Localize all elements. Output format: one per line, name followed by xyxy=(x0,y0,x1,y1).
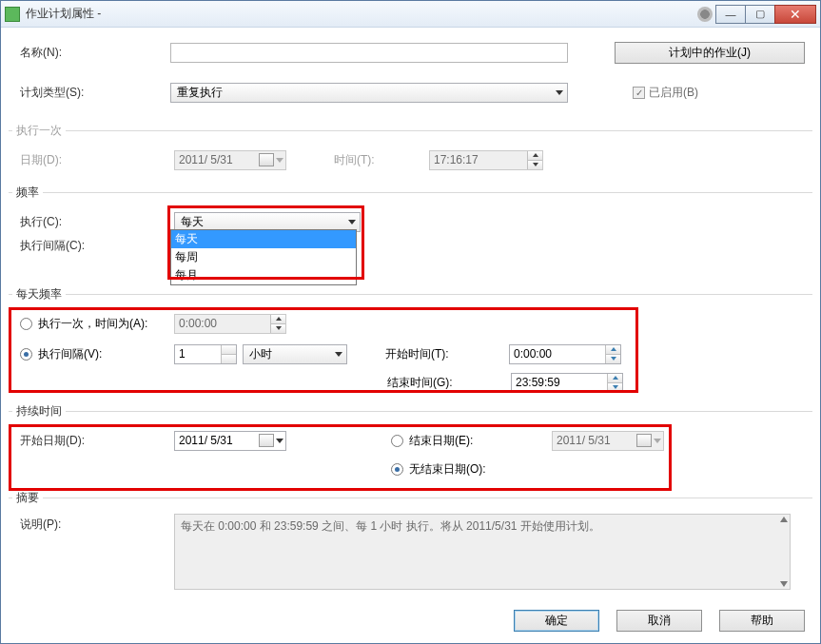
daily-start-time[interactable]: 0:00:00 xyxy=(509,344,621,364)
freq-section-label: 频率 xyxy=(12,185,43,201)
scroll-down-icon xyxy=(780,581,788,587)
calendar-icon xyxy=(636,434,652,447)
daily-start-time-value: 0:00:00 xyxy=(514,347,552,361)
dur-start-label: 开始日期(D): xyxy=(12,433,174,449)
once-time-label: 时间(T): xyxy=(334,152,429,168)
daily-end-label: 结束时间(G): xyxy=(387,375,511,391)
summary-textarea: 每天在 0:00:00 和 23:59:59 之间、每 1 小时 执行。将从 2… xyxy=(174,514,791,590)
once-time-value: 17:16:17 xyxy=(434,153,479,166)
freq-option-weekly[interactable]: 每周 xyxy=(171,248,356,266)
once-date-picker: 2011/ 5/31 xyxy=(174,150,286,170)
help-button[interactable]: 帮助 xyxy=(719,610,805,632)
daily-repeat-count-value: 1 xyxy=(179,347,186,361)
once-date-value: 2011/ 5/31 xyxy=(179,153,233,166)
once-time-spin: 17:16:17 xyxy=(429,150,543,170)
close-button[interactable]: ✕ xyxy=(774,5,816,24)
once-section-label: 执行一次 xyxy=(12,123,66,139)
jobs-in-schedule-button[interactable]: 计划中的作业(J) xyxy=(615,42,805,64)
daily-repeat-unit-select[interactable]: 小时 xyxy=(243,344,347,364)
freq-option-daily[interactable]: 每天 xyxy=(171,230,356,248)
daily-section-label: 每天频率 xyxy=(12,286,66,302)
freq-exec-label: 执行(C): xyxy=(12,214,174,230)
name-label: 名称(N): xyxy=(9,45,170,61)
summary-value: 每天在 0:00:00 和 23:59:59 之间、每 1 小时 执行。将从 2… xyxy=(181,519,600,533)
window-title: 作业计划属性 - xyxy=(26,6,101,22)
name-input[interactable] xyxy=(170,43,568,63)
chevron-down-icon xyxy=(276,439,283,443)
summary-label: 说明(P): xyxy=(12,514,174,533)
freq-exec-dropdown[interactable]: 每天 每周 每月 xyxy=(170,229,357,285)
enabled-label: 已启用(B) xyxy=(649,85,698,101)
app-icon xyxy=(5,7,20,22)
daily-repeat-count[interactable]: 1 xyxy=(174,344,237,364)
dur-end-date-picker: 2011/ 5/31 xyxy=(552,431,664,451)
daily-once-radio[interactable] xyxy=(20,318,32,330)
dur-enddate-label: 结束日期(E): xyxy=(409,433,552,449)
scroll-up-icon xyxy=(780,517,788,522)
sum-section-label: 摘要 xyxy=(12,490,43,506)
cancel-button[interactable]: 取消 xyxy=(616,610,702,632)
daily-once-label: 执行一次，时间为(A): xyxy=(38,316,147,332)
type-label: 计划类型(S): xyxy=(9,85,170,101)
schedule-type-value: 重复执行 xyxy=(177,85,223,101)
chevron-down-icon xyxy=(348,220,356,224)
schedule-type-select[interactable]: 重复执行 xyxy=(170,83,568,103)
daily-repeat-unit-value: 小时 xyxy=(249,346,272,362)
once-date-label: 日期(D): xyxy=(12,152,174,168)
daily-end-time-value: 23:59:59 xyxy=(516,376,560,389)
dur-enddate-radio[interactable] xyxy=(391,435,403,447)
enabled-checkbox[interactable] xyxy=(633,87,645,99)
freq-option-monthly[interactable]: 每月 xyxy=(171,266,356,284)
dur-noend-label: 无结束日期(O): xyxy=(409,461,486,478)
calendar-icon xyxy=(259,153,274,166)
dur-start-date-picker[interactable]: 2011/ 5/31 xyxy=(174,431,286,451)
titlebar[interactable]: 作业计划属性 - — ▢ ✕ xyxy=(1,1,820,28)
chevron-down-icon xyxy=(654,439,661,443)
daily-start-label: 开始时间(T): xyxy=(385,346,509,362)
daily-repeat-label: 执行间隔(V): xyxy=(38,346,102,362)
dur-end-value: 2011/ 5/31 xyxy=(557,434,611,447)
ok-button[interactable]: 确定 xyxy=(514,610,599,632)
minimize-button[interactable]: — xyxy=(715,5,746,24)
daily-end-time[interactable]: 23:59:59 xyxy=(511,373,623,393)
dur-noend-radio[interactable] xyxy=(391,463,403,476)
freq-interval-label: 执行间隔(C): xyxy=(12,238,174,254)
daily-repeat-radio[interactable] xyxy=(20,348,32,361)
dur-section-label: 持续时间 xyxy=(12,403,66,420)
daily-once-time-value: 0:00:00 xyxy=(179,317,217,330)
freq-exec-value: 每天 xyxy=(181,214,204,230)
gear-icon xyxy=(697,7,713,22)
dur-start-value: 2011/ 5/31 xyxy=(179,434,233,447)
daily-once-time: 0:00:00 xyxy=(174,314,286,334)
calendar-icon xyxy=(259,434,274,447)
maximize-button[interactable]: ▢ xyxy=(745,5,775,24)
chevron-down-icon xyxy=(276,158,283,163)
chevron-down-icon xyxy=(556,90,563,95)
chevron-down-icon xyxy=(335,352,342,357)
